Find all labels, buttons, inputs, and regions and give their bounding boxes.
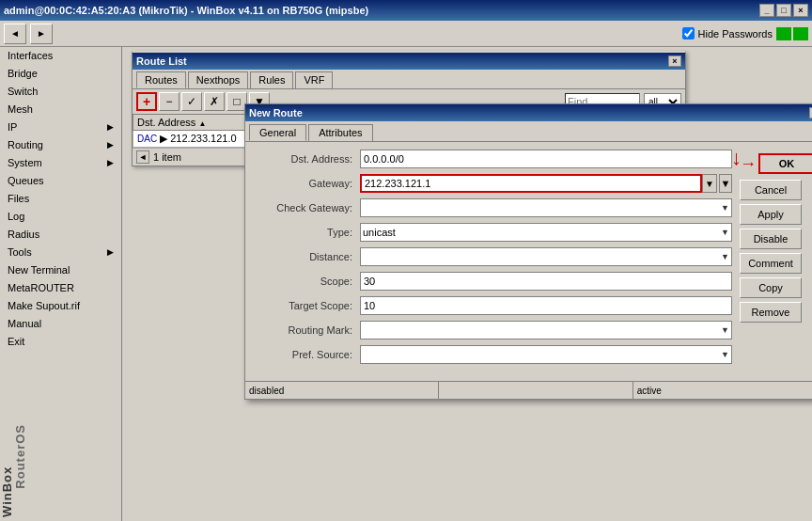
sidebar-item-exit[interactable]: Exit: [0, 333, 121, 351]
new-route-dialog: New Route × General Attributes Dst. Addr…: [244, 103, 812, 400]
tab-vrf[interactable]: VRF: [295, 71, 333, 88]
dst-address-row: Dst. Address: ↓: [257, 150, 732, 168]
cancel-button[interactable]: Cancel: [740, 180, 802, 200]
distance-dropdown[interactable]: ▼: [360, 247, 732, 266]
gateway-row: Gateway: ▼ ▼: [257, 174, 732, 193]
add-route-button[interactable]: +: [136, 92, 157, 111]
dst-address-input[interactable]: [360, 150, 732, 168]
remove-route-button[interactable]: −: [159, 92, 180, 111]
apply-button[interactable]: Apply: [740, 204, 802, 225]
distance-arrow-icon: ▼: [721, 252, 729, 261]
status-block-2: [793, 27, 808, 40]
tab-general[interactable]: General: [249, 124, 306, 141]
scope-input[interactable]: [360, 272, 732, 291]
comment-button[interactable]: Comment: [740, 253, 802, 274]
routing-mark-label: Routing Mark:: [257, 324, 360, 336]
enable-route-button[interactable]: ✓: [181, 92, 202, 111]
sidebar-item-system[interactable]: System ▶: [0, 154, 121, 172]
tab-rules[interactable]: Rules: [250, 71, 293, 88]
maximize-button[interactable]: □: [776, 4, 791, 17]
check-gateway-label: Check Gateway:: [257, 202, 360, 213]
pref-source-arrow-icon: ▼: [721, 350, 729, 359]
sidebar-item-switch[interactable]: Switch: [0, 83, 121, 101]
pref-source-row: Pref. Source: ▼: [257, 345, 732, 364]
route-flag-arrow: ▶: [160, 133, 170, 144]
new-route-title-bar: New Route ×: [245, 104, 812, 121]
check-gateway-dropdown[interactable]: ▼: [360, 198, 732, 217]
sidebar-item-radius[interactable]: Radius: [0, 226, 121, 244]
sidebar-item-manual[interactable]: Manual: [0, 315, 121, 333]
sidebar-item-log[interactable]: Log: [0, 208, 121, 226]
ok-arrow-icon: →: [740, 154, 757, 174]
type-dropdown[interactable]: unicast ▼: [360, 223, 732, 242]
route-list-title: Route List: [136, 55, 187, 67]
tab-nexthops[interactable]: Nexthops: [188, 71, 248, 88]
dst-address-arrow-icon: ↓: [731, 146, 742, 170]
main-layout: Interfaces Bridge Switch Mesh IP ▶ Routi…: [0, 47, 812, 521]
title-text: admin@00:0C:42:A5:20:A3 (MikroTik) - Win…: [4, 5, 368, 16]
item-count: 1 item: [153, 151, 181, 163]
ip-arrow-icon: ▶: [107, 122, 114, 132]
sidebar-item-metarouter[interactable]: MetaROUTER: [0, 279, 121, 297]
type-value: unicast: [363, 227, 396, 238]
routing-mark-dropdown[interactable]: ▼: [360, 321, 732, 339]
sidebar-item-make-supout[interactable]: Make Supout.rif: [0, 297, 121, 315]
type-label: Type:: [257, 227, 360, 238]
tools-arrow-icon: ▶: [107, 247, 114, 257]
route-flag: DAC: [137, 134, 157, 144]
dialog-tabs: General Attributes: [245, 121, 812, 142]
target-scope-row: Target Scope:: [257, 296, 732, 315]
sidebar-item-interfaces[interactable]: Interfaces: [0, 47, 121, 65]
route-list-tabs: Routes Nexthops Rules VRF: [133, 70, 685, 89]
sidebar-item-queues[interactable]: Queues: [0, 172, 121, 190]
hide-passwords-checkbox[interactable]: [682, 27, 695, 39]
sidebar-item-routing[interactable]: Routing ▶: [0, 136, 121, 154]
gateway-input[interactable]: [360, 174, 702, 193]
gateway-dropdown-button[interactable]: ▼: [702, 174, 717, 193]
routing-arrow-icon: ▶: [107, 140, 114, 150]
check-gateway-row: Check Gateway: ▼: [257, 198, 732, 217]
route-list-title-bar: Route List ×: [133, 53, 685, 70]
sidebar-item-bridge[interactable]: Bridge: [0, 65, 121, 83]
status-blocks: [776, 27, 808, 40]
target-scope-input[interactable]: [360, 296, 732, 315]
distance-label: Distance:: [257, 251, 360, 262]
disable-route-button[interactable]: ✗: [204, 92, 225, 111]
forward-button[interactable]: ►: [30, 24, 53, 44]
pref-source-dropdown[interactable]: ▼: [360, 345, 732, 364]
close-button[interactable]: ×: [793, 4, 808, 17]
route-list-close-button[interactable]: ×: [668, 55, 681, 67]
dialog-status-bar: disabled active: [245, 381, 812, 399]
disable-button[interactable]: Disable: [740, 229, 802, 249]
status-block-1: [776, 27, 791, 40]
tab-routes[interactable]: Routes: [136, 71, 186, 88]
sidebar-item-files[interactable]: Files: [0, 190, 121, 208]
route-dst: 212.233.121.0: [170, 133, 236, 144]
ok-button[interactable]: OK: [758, 153, 812, 174]
dialog-buttons: → OK Cancel Apply Disable Comment Copy R…: [740, 150, 812, 370]
tab-attributes[interactable]: Attributes: [308, 124, 372, 141]
distance-row: Distance: ▼: [257, 247, 732, 266]
minimize-button[interactable]: _: [759, 4, 774, 17]
scope-label: Scope:: [257, 276, 360, 287]
system-arrow-icon: ▶: [107, 158, 114, 167]
sidebar-item-ip[interactable]: IP ▶: [0, 118, 121, 136]
gateway-expand-button[interactable]: ▼: [719, 174, 732, 193]
dialog-content: Dst. Address: ↓ Gateway: ▼ ▼: [245, 142, 812, 377]
sidebar-item-tools[interactable]: Tools ▶: [0, 244, 121, 261]
status-disabled: disabled: [245, 382, 439, 399]
routing-mark-arrow-icon: ▼: [721, 325, 729, 335]
copy-button[interactable]: Copy: [740, 277, 802, 298]
scroll-left-button[interactable]: ◄: [136, 150, 149, 164]
title-bar: admin@00:0C:42:A5:20:A3 (MikroTik) - Win…: [0, 0, 812, 21]
top-toolbar: ◄ ► Hide Passwords: [0, 21, 812, 47]
back-button[interactable]: ◄: [4, 24, 26, 44]
sidebar-item-new-terminal[interactable]: New Terminal: [0, 261, 121, 279]
routing-mark-row: Routing Mark: ▼: [257, 321, 732, 339]
sidebar-item-mesh[interactable]: Mesh: [0, 101, 121, 118]
dst-address-label: Dst. Address:: [257, 153, 360, 165]
target-scope-label: Target Scope:: [257, 300, 360, 311]
sidebar: Interfaces Bridge Switch Mesh IP ▶ Routi…: [0, 47, 122, 521]
ok-area: → OK: [740, 153, 812, 174]
remove-button[interactable]: Remove: [740, 302, 802, 323]
